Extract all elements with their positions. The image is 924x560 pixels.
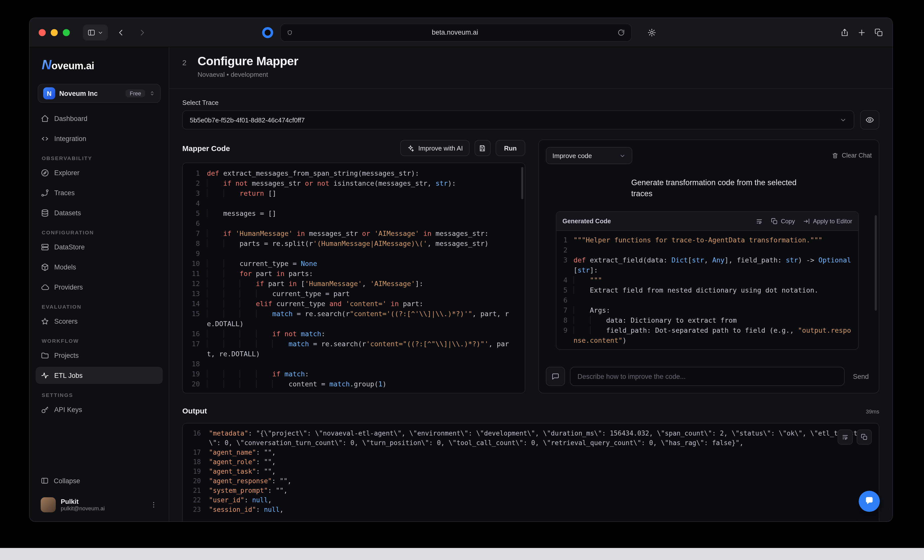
- browser-window: beta.noveum.ai Noveum.ai N: [29, 18, 893, 522]
- sidebar-item-dashboard[interactable]: Dashboard: [36, 110, 163, 127]
- home-icon: [40, 114, 49, 123]
- avatar: [40, 497, 56, 512]
- sidebar-panel-icon: [87, 28, 95, 36]
- code-line: 5 Extract field from nested dictionary u…: [556, 285, 858, 295]
- output-title: Output: [182, 406, 207, 415]
- execution-time: 39ms: [866, 409, 879, 415]
- assistant-mode-select[interactable]: Improve code: [546, 147, 632, 164]
- sidebar-item-label: Providers: [54, 283, 83, 291]
- logo-text: oveum.ai: [51, 60, 94, 72]
- sidebar-nav: DashboardIntegrationOBSERVABILITYExplore…: [30, 103, 169, 472]
- trace-select[interactable]: 5b5e0b7e-f52b-4f01-8d82-46c474cf0ff7: [182, 111, 854, 129]
- extension-icon[interactable]: [262, 27, 273, 38]
- sidebar-item-label: API Keys: [54, 406, 82, 413]
- minimize-window-button[interactable]: [51, 29, 58, 36]
- view-trace-button[interactable]: [860, 111, 879, 129]
- org-name: Noveum Inc: [59, 90, 122, 97]
- back-button[interactable]: [113, 24, 129, 40]
- kebab-menu-icon[interactable]: [150, 501, 158, 509]
- code-line: 19 if match:: [183, 369, 525, 379]
- browser-settings-button[interactable]: [644, 24, 660, 40]
- cloud-icon: [40, 283, 49, 291]
- generated-code-block[interactable]: 1"""Helper functions for trace-to-AgentD…: [556, 231, 858, 349]
- run-button[interactable]: Run: [495, 140, 525, 156]
- forward-button[interactable]: [134, 24, 150, 40]
- share-icon[interactable]: [840, 28, 849, 37]
- shield-icon: [287, 29, 293, 35]
- code-line: 4 """: [556, 275, 858, 285]
- sidebar-item-scorers[interactable]: Scorers: [36, 313, 163, 330]
- sidebar-item-api-keys[interactable]: API Keys: [36, 401, 163, 418]
- sidebar-item-label: Scorers: [54, 317, 78, 325]
- save-icon: [478, 144, 486, 152]
- mapper-section: Mapper Code Improve with AI: [182, 139, 525, 394]
- close-window-button[interactable]: [39, 29, 46, 36]
- send-button[interactable]: Send: [850, 373, 872, 380]
- code-line: 21"system_prompt": "",: [183, 486, 879, 495]
- clear-chat-button[interactable]: Clear Chat: [832, 152, 872, 159]
- code-line: 2: [556, 245, 858, 255]
- code-line: 20"agent_response": "",: [183, 476, 879, 486]
- output-code-block[interactable]: 16"metadata": "{\"project\": \"novaeval-…: [183, 428, 879, 514]
- save-button[interactable]: [474, 140, 490, 156]
- address-bar[interactable]: beta.noveum.ai: [280, 23, 632, 41]
- output-panel: 16"metadata": "{\"project\": \"novaeval-…: [182, 423, 879, 522]
- code-line: 3def extract_field(data: Dict[str, Any],…: [556, 255, 858, 275]
- user-menu[interactable]: Pulkit pulkit@noveum.ai: [36, 493, 163, 517]
- feedback-button[interactable]: [546, 367, 565, 386]
- sidebar-item-datasets[interactable]: Datasets: [36, 204, 163, 221]
- chat-scrollbar[interactable]: [875, 215, 877, 311]
- sidebar-item-explorer[interactable]: Explorer: [36, 164, 163, 181]
- sidebar-item-label: ETL Jobs: [54, 371, 82, 379]
- improve-code-input[interactable]: [570, 367, 845, 386]
- code-line: 6: [183, 218, 525, 228]
- star-icon: [40, 317, 49, 325]
- nav-section-label: EVALUATION: [42, 304, 163, 310]
- code-line: 7 Args:: [556, 305, 858, 315]
- nav-section-label: WORKFLOW: [42, 338, 163, 344]
- org-switcher[interactable]: N Noveum Inc Free: [38, 84, 161, 103]
- output-copy-button[interactable]: [857, 430, 872, 445]
- copy-icon: [861, 434, 868, 440]
- sidebar-item-label: Models: [54, 263, 76, 271]
- sidebar-item-etl-jobs[interactable]: ETL Jobs: [36, 367, 163, 384]
- improve-with-ai-button[interactable]: Improve with AI: [400, 140, 470, 156]
- code-line: 16"metadata": "{\"project\": \"novaeval-…: [183, 428, 879, 448]
- copy-code-button[interactable]: Copy: [771, 217, 795, 225]
- code-line: 3 return []: [183, 188, 525, 198]
- sidebar: Noveum.ai N Noveum Inc Free DashboardInt…: [30, 47, 169, 522]
- code-line: 18"agent_role": "",: [183, 457, 879, 467]
- sidebar-item-traces[interactable]: Traces: [36, 184, 163, 201]
- sidebar-item-projects[interactable]: Projects: [36, 347, 163, 364]
- tab-overview-icon[interactable]: [874, 28, 884, 37]
- folder-icon: [40, 351, 49, 359]
- new-tab-icon[interactable]: [857, 28, 866, 37]
- browser-sidebar-toggle[interactable]: [83, 24, 108, 40]
- code-line: 8 data: Dictionary to extract from: [556, 315, 858, 325]
- sidebar-item-models[interactable]: Models: [36, 258, 163, 276]
- sidebar-item-integration[interactable]: Integration: [36, 130, 163, 147]
- sparkles-icon: [407, 144, 414, 152]
- zoom-window-button[interactable]: [63, 29, 70, 36]
- reload-icon[interactable]: [617, 28, 625, 36]
- code-line: 6: [556, 295, 858, 305]
- code-line: 8 parts = re.split(r'(HumanMessage|AIMes…: [183, 238, 525, 249]
- collapse-sidebar-button[interactable]: Collapse: [36, 472, 163, 489]
- code-line: 19"agent_task": "",: [183, 467, 879, 476]
- chat-bubble-icon: [864, 496, 874, 506]
- output-wrap-button[interactable]: [838, 430, 853, 445]
- mapper-code-editor[interactable]: 1def extract_messages_from_span_string(m…: [182, 163, 525, 394]
- support-chat-button[interactable]: [859, 491, 880, 512]
- code-line: 11 for part in parts:: [183, 268, 525, 279]
- sidebar-item-datastore[interactable]: DataStore: [36, 238, 163, 255]
- sidebar-item-providers[interactable]: Providers: [36, 279, 163, 295]
- wrap-text-button[interactable]: [756, 217, 763, 225]
- editor-scrollbar[interactable]: [521, 167, 523, 199]
- app-logo[interactable]: Noveum.ai: [30, 47, 169, 72]
- apply-to-editor-button[interactable]: Apply to Editor: [803, 217, 852, 225]
- eye-icon: [865, 115, 874, 124]
- toolbar-right-actions: [840, 28, 884, 37]
- code-line: 4: [183, 198, 525, 208]
- activity-icon: [40, 371, 49, 380]
- code-line: 16 if not match:: [183, 329, 525, 339]
